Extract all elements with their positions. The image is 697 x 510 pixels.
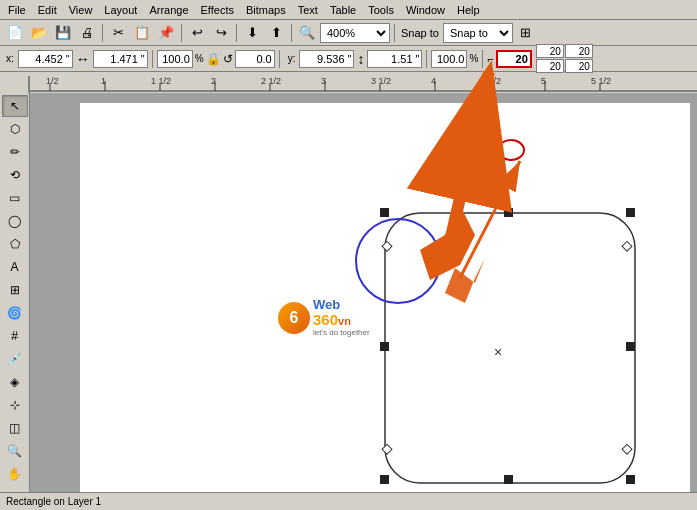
menu-effects[interactable]: Effects bbox=[195, 2, 240, 18]
menu-text[interactable]: Text bbox=[292, 2, 324, 18]
horizontal-ruler: 1/2 1 1 1/2 2 2 1/2 3 3 1/2 4 4 1/2 5 5 … bbox=[30, 76, 697, 92]
logo-circle: 6 bbox=[278, 302, 310, 334]
center-mark: × bbox=[494, 344, 502, 360]
svg-text:2: 2 bbox=[211, 76, 216, 86]
new-button[interactable]: 📄 bbox=[4, 22, 26, 44]
svg-text:5: 5 bbox=[541, 76, 546, 86]
rotation-input[interactable] bbox=[235, 50, 275, 68]
freehand-tool[interactable]: ✏ bbox=[2, 141, 28, 163]
svg-text:2 1/2: 2 1/2 bbox=[261, 76, 281, 86]
status-text: Rectangle on Layer 1 bbox=[6, 496, 101, 507]
status-bar: Rectangle on Layer 1 bbox=[0, 492, 697, 510]
corner-node-bl[interactable] bbox=[382, 444, 392, 454]
menu-layout[interactable]: Layout bbox=[98, 2, 143, 18]
arrow-line bbox=[460, 161, 520, 278]
arrow-shape bbox=[445, 258, 485, 303]
scale-h-unit: % bbox=[469, 53, 478, 64]
corner-r2[interactable] bbox=[565, 44, 593, 58]
spiral-tool[interactable]: 🌀 bbox=[2, 302, 28, 324]
rotation-icon: ↺ bbox=[223, 52, 233, 66]
menu-file[interactable]: File bbox=[2, 2, 32, 18]
shape-tool[interactable]: ⬡ bbox=[2, 118, 28, 140]
svg-text:4: 4 bbox=[431, 76, 436, 86]
hand-tool[interactable]: ✋ bbox=[2, 463, 28, 485]
y-input[interactable] bbox=[299, 50, 354, 68]
snap-select[interactable]: Snap to bbox=[443, 23, 513, 43]
x-input[interactable] bbox=[18, 50, 73, 68]
separator5 bbox=[394, 24, 395, 42]
w-icon: ↔ bbox=[76, 51, 90, 67]
logo-360: 360vn bbox=[313, 312, 370, 329]
zoom-in-button[interactable]: 🔍 bbox=[296, 22, 318, 44]
corner-radius-input[interactable] bbox=[496, 50, 532, 68]
handle-mr[interactable] bbox=[626, 342, 635, 351]
corner-r3[interactable] bbox=[536, 59, 564, 73]
menu-table[interactable]: Table bbox=[324, 2, 362, 18]
zoom-tool[interactable]: 🔍 bbox=[2, 440, 28, 462]
menu-edit[interactable]: Edit bbox=[32, 2, 63, 18]
svg-text:1 1/2: 1 1/2 bbox=[151, 76, 171, 86]
graph-tool[interactable]: # bbox=[2, 325, 28, 347]
rounded-rect-shape[interactable] bbox=[385, 213, 635, 483]
corner-icon: ⌐ bbox=[487, 53, 493, 65]
mesh-fill-tool[interactable]: ⊹ bbox=[2, 394, 28, 416]
undo-button[interactable]: ↩ bbox=[186, 22, 208, 44]
sep-scale bbox=[426, 50, 427, 68]
save-button[interactable]: 💾 bbox=[52, 22, 74, 44]
corner-r4[interactable] bbox=[565, 59, 593, 73]
separator2 bbox=[181, 24, 182, 42]
corner-values bbox=[536, 44, 593, 73]
smart-draw-tool[interactable]: ⟲ bbox=[2, 164, 28, 186]
menu-window[interactable]: Window bbox=[400, 2, 451, 18]
paste-button[interactable]: 📌 bbox=[155, 22, 177, 44]
handle-br[interactable] bbox=[626, 475, 635, 484]
text-tool[interactable]: A bbox=[2, 256, 28, 278]
logo-tagline: let's do together bbox=[313, 329, 370, 338]
svg-text:1/2: 1/2 bbox=[46, 76, 59, 86]
table-tool[interactable]: ⊞ bbox=[2, 279, 28, 301]
cut-button[interactable]: ✂ bbox=[107, 22, 129, 44]
copy-button[interactable]: 📋 bbox=[131, 22, 153, 44]
polygon-tool[interactable]: ⬠ bbox=[2, 233, 28, 255]
handle-bl[interactable] bbox=[380, 475, 389, 484]
interactive-tool[interactable]: ◈ bbox=[2, 371, 28, 393]
circle-shape[interactable] bbox=[356, 219, 440, 303]
logo-vn: vn bbox=[338, 315, 351, 327]
handle-bm[interactable] bbox=[504, 475, 513, 484]
x-label: x: bbox=[4, 53, 16, 64]
handle-tm[interactable] bbox=[504, 208, 513, 217]
export-button[interactable]: ⬆ bbox=[265, 22, 287, 44]
menu-tools[interactable]: Tools bbox=[362, 2, 400, 18]
svg-text:5 1/2: 5 1/2 bbox=[591, 76, 611, 86]
snap-icon[interactable]: ⊞ bbox=[515, 22, 537, 44]
menu-arrange[interactable]: Arrange bbox=[143, 2, 194, 18]
handle-tl[interactable] bbox=[380, 208, 389, 217]
redo-button[interactable]: ↪ bbox=[210, 22, 232, 44]
lock-icon[interactable]: 🔒 bbox=[206, 52, 221, 66]
h-input[interactable] bbox=[367, 50, 422, 68]
select-tool[interactable]: ↖ bbox=[2, 95, 28, 117]
handle-tr[interactable] bbox=[626, 208, 635, 217]
scale-w-input[interactable] bbox=[157, 50, 193, 68]
open-button[interactable]: 📂 bbox=[28, 22, 50, 44]
transparency-tool[interactable]: ◫ bbox=[2, 417, 28, 439]
menu-help[interactable]: Help bbox=[451, 2, 486, 18]
corner-node-tl[interactable] bbox=[382, 241, 392, 251]
ellipse-tool[interactable]: ◯ bbox=[2, 210, 28, 232]
main-toolbar: 📄 📂 💾 🖨 ✂ 📋 📌 ↩ ↪ ⬇ ⬆ 🔍 400% 200% 100% S… bbox=[0, 20, 697, 46]
corner-r1[interactable] bbox=[536, 44, 564, 58]
print-button[interactable]: 🖨 bbox=[76, 22, 98, 44]
scale-h-input[interactable] bbox=[431, 50, 467, 68]
eyedropper-tool[interactable]: 💉 bbox=[2, 348, 28, 370]
corner-node-br[interactable] bbox=[622, 444, 632, 454]
menu-bar: File Edit View Layout Arrange Effects Bi… bbox=[0, 0, 697, 20]
svg-text:4 1/2: 4 1/2 bbox=[481, 76, 501, 86]
corner-node-tr[interactable] bbox=[622, 241, 632, 251]
zoom-select[interactable]: 400% 200% 100% bbox=[320, 23, 390, 43]
rectangle-tool[interactable]: ▭ bbox=[2, 187, 28, 209]
menu-view[interactable]: View bbox=[63, 2, 99, 18]
w-input[interactable] bbox=[93, 50, 148, 68]
import-button[interactable]: ⬇ bbox=[241, 22, 263, 44]
handle-ml[interactable] bbox=[380, 342, 389, 351]
menu-bitmaps[interactable]: Bitmaps bbox=[240, 2, 292, 18]
